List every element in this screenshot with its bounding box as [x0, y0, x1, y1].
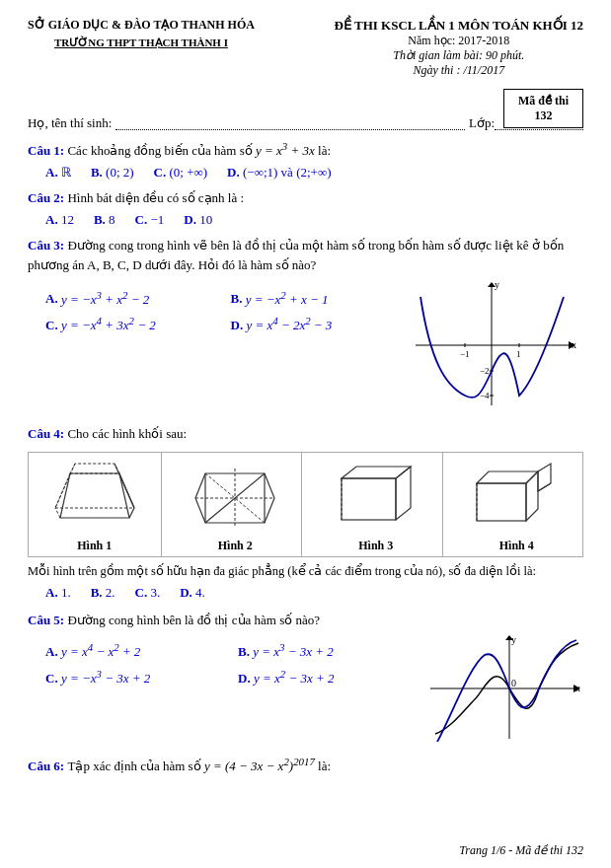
q5-answers-left: A. y = x4 − x2 + 2 B. y = x3 − 3x + 2 C.…: [28, 635, 420, 688]
svg-text:−2: −2: [480, 366, 490, 376]
ho-ten-dots: [115, 116, 465, 130]
q5-a: A. y = x4 − x2 + 2: [45, 639, 228, 662]
q4-figures-row: Hình 1 Hình 2: [28, 452, 583, 558]
q3-c: C. y = −x4 + 3x2 − 2: [45, 313, 221, 335]
q2-text: Hình bát diện đều có số cạnh là :: [67, 190, 244, 205]
q5-graph-svg: x y 0: [420, 635, 580, 742]
fig1-label: Hình 1: [33, 537, 157, 554]
q2-d: D. 10: [184, 210, 212, 230]
q4-desc: Mỗi hình trên gồm một số hữu hạn đa giác…: [28, 562, 583, 581]
q4-label: Câu 4:: [28, 426, 67, 441]
q3-a: A. y = −x3 + x2 − 2: [45, 286, 221, 309]
q1-b: B. (0; 2): [91, 163, 134, 182]
svg-line-38: [538, 483, 551, 491]
fig2-label: Hình 2: [174, 537, 298, 554]
q4-text: Cho các hình khối sau:: [67, 426, 187, 441]
fig4-label: Hình 4: [455, 537, 579, 554]
svg-line-16: [55, 508, 60, 518]
q5-answers-grid: A. y = x4 − x2 + 2 B. y = x3 − 3x + 2 C.…: [45, 639, 420, 688]
page-header: SỞ GIÁO DỤC & ĐÀO TẠO THANH HÓA TRƯỜNG T…: [28, 18, 583, 78]
lop-label: Lớp:: [469, 115, 495, 131]
q1-d: D. (−∞;1) và (2;+∞): [227, 163, 331, 182]
svg-text:y: y: [495, 282, 499, 290]
q5-text: Đường cong hình bên là đồ thị của hàm số…: [67, 613, 320, 627]
svg-text:−4: −4: [480, 391, 490, 400]
question-6: Câu 6: Tập xác định của hàm số y = (4 − …: [28, 754, 583, 776]
figure-3-box: Hình 3: [310, 453, 443, 557]
svg-marker-32: [396, 467, 411, 520]
exam-year: Năm học: 2017-2018: [335, 34, 583, 48]
svg-marker-31: [342, 467, 411, 478]
q5-label: Câu 5:: [28, 613, 67, 627]
q1-c: C. (0; +∞): [154, 163, 208, 182]
q4-answers: A. 1. B. 2. C. 3. D. 4.: [45, 583, 583, 603]
q6-label: Câu 6:: [28, 759, 67, 773]
svg-marker-15: [70, 464, 119, 473]
q2-a: A. 12: [45, 210, 74, 230]
q4-a: A. 1.: [45, 583, 71, 603]
figure-1-svg: [45, 459, 144, 530]
svg-text:0: 0: [511, 678, 516, 688]
ma-de-label: Mã đề thi: [518, 94, 569, 108]
ma-de-box: Mã đề thi 132: [503, 89, 583, 128]
svg-marker-35: [477, 471, 538, 483]
svg-text:1: 1: [516, 349, 521, 359]
q3-text: Đường cong trong hình vẽ bên là đồ thị c…: [28, 238, 564, 272]
q4-d: D. 4.: [180, 583, 205, 603]
svg-text:−1: −1: [460, 349, 470, 359]
q4-c: C. 3.: [135, 583, 161, 603]
figure-2-box: Hình 2: [170, 453, 303, 557]
question-1: Câu 1: Các khoảng đồng biến của hàm số y…: [28, 138, 583, 181]
ho-ten-label: Họ, tên thí sinh:: [28, 115, 112, 131]
q2-label: Câu 2:: [28, 190, 67, 205]
q1-answers: A. ℝ B. (0; 2) C. (0; +∞) D. (−∞;1) và (…: [45, 163, 583, 182]
svg-text:x: x: [572, 339, 576, 350]
q3-answers-left: A. y = −x3 + x2 − 2 B. y = −x2 + x − 1 C…: [28, 282, 406, 335]
question-5: Câu 5: Đường cong hình bên là đồ thị của…: [28, 611, 583, 745]
q1-text: Các khoảng đồng biến của hàm số y = x3 +…: [67, 143, 331, 158]
question-4: Câu 4: Cho các hình khối sau: Hình 1: [28, 424, 583, 602]
svg-rect-34: [477, 483, 526, 521]
q4-b: B. 2.: [91, 583, 115, 603]
svg-text:y: y: [511, 635, 516, 645]
q1-a: A. ℝ: [45, 163, 71, 182]
question-2: Câu 2: Hình bát diện đều có số cạnh là :…: [28, 188, 583, 229]
svg-line-17: [129, 508, 134, 518]
ma-de-num: 132: [518, 108, 569, 123]
svg-marker-36: [526, 471, 538, 521]
q1-label: Câu 1:: [28, 143, 67, 158]
figure-4-svg: [467, 459, 566, 530]
svg-text:x: x: [575, 683, 580, 693]
figure-4-box: Hình 4: [451, 453, 583, 557]
q5-b: B. y = x3 − 3x + 2: [238, 639, 420, 662]
q5-d: D. y = x2 − 3x + 2: [238, 666, 420, 688]
svg-line-21: [119, 473, 134, 508]
fig3-label: Hình 3: [314, 537, 438, 554]
q3-graph: x y −1 1 −2 −4: [406, 282, 583, 410]
exam-title: ĐỀ THI KSCL LẦN 1 MÔN TOÁN KHỐI 12: [335, 18, 583, 34]
header-left: SỞ GIÁO DỤC & ĐÀO TẠO THANH HÓA TRƯỜNG T…: [28, 18, 255, 49]
q5-content-row: A. y = x4 − x2 + 2 B. y = x3 − 3x + 2 C.…: [28, 635, 583, 744]
dept-name: SỞ GIÁO DỤC & ĐÀO TẠO THANH HÓA: [28, 18, 255, 33]
svg-rect-30: [342, 478, 396, 520]
figure-2-svg: [186, 459, 284, 530]
page-footer: Trang 1/6 - Mã đề thi 132: [459, 843, 583, 858]
question-3: Câu 3: Đường cong trong hình vẽ bên là đ…: [28, 236, 583, 410]
q3-answers-grid: A. y = −x3 + x2 − 2 B. y = −x2 + x − 1 C…: [45, 286, 406, 335]
q6-text: Tập xác định của hàm số y = (4 − 3x − x2…: [67, 759, 331, 773]
q3-b: B. y = −x2 + x − 1: [231, 286, 407, 309]
q5-graph: x y 0: [420, 635, 583, 744]
student-info-line: Họ, tên thí sinh: Lớp:: [28, 115, 583, 131]
header-right: ĐỀ THI KSCL LẦN 1 MÔN TOÁN KHỐI 12 Năm h…: [335, 18, 583, 78]
q2-b: B. 8: [94, 210, 115, 230]
exam-date: Ngày thi : /11/2017: [335, 63, 583, 78]
q2-c: C. −1: [135, 210, 165, 230]
school-name: TRƯỜNG THPT THẠCH THÀNH I: [28, 36, 255, 49]
svg-marker-14: [60, 473, 129, 518]
exam-time: Thời gian làm bài: 90 phút.: [335, 48, 583, 63]
figure-1-box: Hình 1: [29, 453, 162, 557]
q3-content-row: A. y = −x3 + x2 − 2 B. y = −x2 + x − 1 C…: [28, 282, 583, 410]
q3-label: Câu 3:: [28, 238, 67, 253]
q3-graph-svg: x y −1 1 −2 −4: [406, 282, 578, 408]
q2-answers: A. 12 B. 8 C. −1 D. 10: [45, 210, 583, 230]
